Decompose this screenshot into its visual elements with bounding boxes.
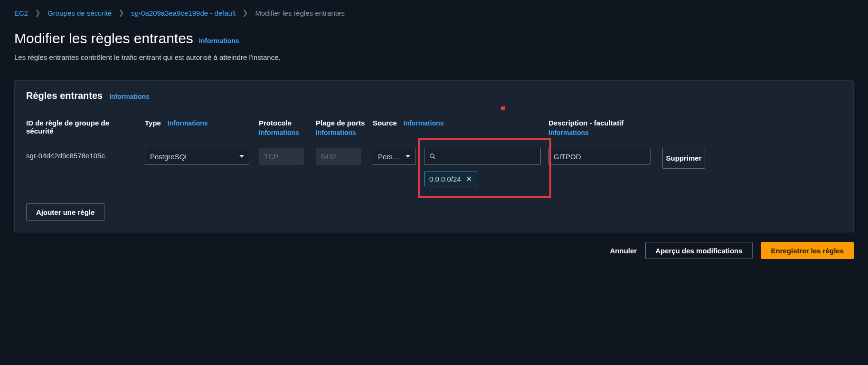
- panel-title: Règles entrantes: [26, 90, 103, 101]
- col-header-source: Source: [373, 119, 397, 127]
- rule-id-text: sgr-04d42d9c8578e105c: [26, 148, 137, 160]
- cancel-button[interactable]: Annuler: [610, 247, 637, 255]
- save-rules-button[interactable]: Enregistrer les règles: [761, 242, 854, 259]
- col-header-type: Type: [145, 119, 161, 127]
- preview-changes-button[interactable]: Aperçu des modifications: [645, 242, 752, 259]
- protocol-readonly: TCP: [259, 148, 304, 165]
- chevron-right-icon: ❯: [35, 9, 41, 17]
- table-row: sgr-04d42d9c8578e105c PostgreSQL TCP 543…: [15, 141, 853, 198]
- svg-line-1: [434, 157, 435, 159]
- chevron-right-icon: ❯: [118, 9, 124, 17]
- source-search-input[interactable]: [440, 153, 536, 161]
- breadcrumb: EC2 ❯ Groupes de sécurité ❯ sg-0a209a3ea…: [0, 0, 868, 26]
- port-range-readonly: 5432: [316, 148, 361, 165]
- delete-rule-button[interactable]: Supprimer: [662, 148, 705, 169]
- col-header-id: ID de règle de groupe de sécurité: [26, 119, 109, 135]
- search-icon: [429, 153, 436, 160]
- description-input[interactable]: [554, 153, 645, 161]
- page-description: Les règles entrantes contrôlent le trafi…: [14, 53, 854, 61]
- breadcrumb-current: Modifier les règles entrantes: [255, 9, 344, 17]
- col-header-protocol: Protocole: [259, 119, 292, 127]
- port-range-value: 5432: [321, 153, 337, 161]
- col-header-ports: Plage de ports: [316, 119, 365, 127]
- source-cidr-value: 0.0.0.0/24: [429, 175, 461, 183]
- svg-point-0: [430, 154, 434, 158]
- description-input-wrap[interactable]: [548, 148, 651, 165]
- description-info-link[interactable]: Informations: [548, 129, 655, 136]
- caret-down-icon: [406, 155, 410, 158]
- add-rule-button[interactable]: Ajouter une règle: [26, 203, 104, 221]
- protocol-info-link[interactable]: Informations: [259, 129, 308, 136]
- breadcrumb-sg-id[interactable]: sg-0a209a3ea9ce199de - default: [131, 9, 236, 17]
- breadcrumb-security-groups[interactable]: Groupes de sécurité: [47, 9, 112, 17]
- page-header: Modifier les règles entrantes Informatio…: [0, 26, 868, 71]
- caret-down-icon: [239, 155, 244, 158]
- highlight-box: [418, 138, 551, 198]
- panel-info-link[interactable]: Informations: [109, 93, 150, 100]
- table-header-row: ID de règle de groupe de sécurité Type I…: [15, 111, 853, 141]
- ports-info-link[interactable]: Informations: [316, 129, 365, 136]
- type-info-link[interactable]: Informations: [168, 119, 208, 127]
- col-header-description: Description - facultatif: [548, 119, 623, 127]
- source-mode-value: Pers…: [378, 153, 400, 161]
- protocol-value: TCP: [264, 153, 278, 161]
- type-select-value: PostgreSQL: [150, 153, 189, 161]
- page-footer: Annuler Aperçu des modifications Enregis…: [0, 232, 868, 273]
- source-search-input-wrap[interactable]: [424, 148, 541, 165]
- chevron-right-icon: ❯: [242, 9, 248, 17]
- type-select[interactable]: PostgreSQL: [145, 148, 249, 165]
- page-title: Modifier les règles entrantes: [14, 30, 193, 47]
- page-info-link[interactable]: Informations: [199, 37, 239, 45]
- source-mode-select[interactable]: Pers…: [373, 148, 415, 165]
- source-info-link[interactable]: Informations: [404, 119, 444, 127]
- remove-chip-icon[interactable]: ✕: [466, 175, 472, 183]
- source-cidr-chip[interactable]: 0.0.0.0/24 ✕: [424, 172, 477, 186]
- inbound-rules-panel: Règles entrantes Informations ID de règl…: [14, 80, 854, 232]
- red-marker-icon: [501, 106, 505, 110]
- breadcrumb-ec2[interactable]: EC2: [14, 9, 28, 17]
